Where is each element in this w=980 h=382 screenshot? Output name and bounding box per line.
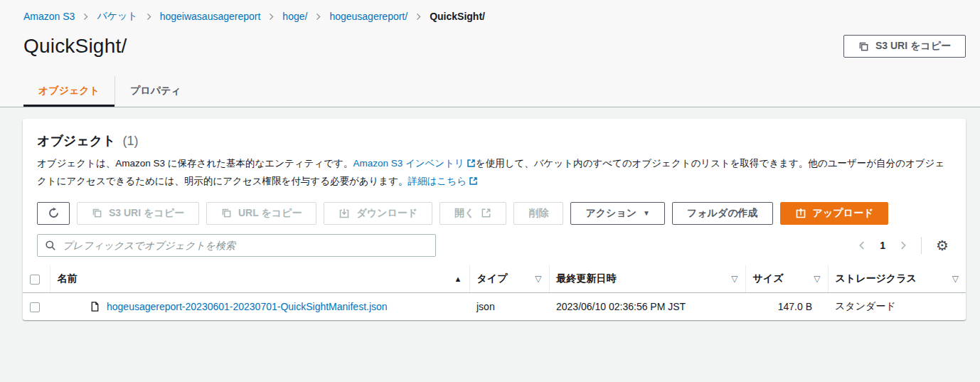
refresh-icon: [48, 207, 60, 219]
breadcrumb-bucket-name[interactable]: hogeiwasausagereport: [160, 11, 261, 22]
copy-icon: [221, 208, 232, 218]
actions-label: アクション: [585, 207, 637, 220]
external-link-icon: [481, 208, 491, 218]
page-header-area: Amazon S3 バケット hogeiwasausagereport hoge…: [0, 0, 980, 107]
tab-properties[interactable]: プロパティ: [114, 76, 196, 107]
description-text-1: オブジェクトは、Amazon S3 に保存された基本的なエンティティです。: [37, 158, 353, 169]
object-name-cell: hogeusagereport-20230601-20230701-QuickS…: [50, 292, 469, 320]
objects-panel: オブジェクト (1) オブジェクトは、Amazon S3 に保存された基本的なエ…: [23, 119, 966, 320]
object-storage-class-cell: スタンダード: [828, 292, 966, 320]
panel-description: オブジェクトは、Amazon S3 に保存された基本的なエンティティです。Ama…: [37, 156, 952, 191]
copy-s3-uri-header-label: S3 URI をコピー: [875, 40, 951, 53]
create-folder-button[interactable]: フォルダの作成: [672, 202, 773, 225]
object-last-modified-cell: 2023/06/10 02:36:56 PM JST: [549, 292, 745, 320]
chevron-right-icon: [314, 13, 322, 21]
row-select-cell: [23, 292, 50, 320]
upload-icon: [795, 208, 806, 219]
upload-button[interactable]: アップロード: [780, 202, 889, 225]
objects-table: 名前 ▲ タイプ ▽ 最終更新日時 ▽: [23, 265, 966, 320]
refresh-button[interactable]: [37, 202, 70, 225]
column-type-label: タイプ: [477, 272, 508, 285]
breadcrumb: Amazon S3 バケット hogeiwasausagereport hoge…: [0, 0, 980, 23]
delete-button[interactable]: 削除: [513, 202, 563, 225]
copy-s3-uri-label: S3 URI をコピー: [109, 207, 184, 220]
actions-dropdown-button[interactable]: アクション ▼: [570, 202, 665, 225]
column-size-label: サイズ: [753, 272, 784, 285]
object-search: [37, 234, 436, 257]
learn-more-link-label: 詳細はこちら: [408, 176, 467, 186]
object-size-cell: 147.0 B: [745, 292, 828, 320]
object-link[interactable]: hogeusagereport-20230601-20230701-QuickS…: [107, 301, 388, 312]
external-link-icon: [467, 157, 476, 174]
select-all-checkbox[interactable]: [30, 275, 40, 285]
previous-page-button[interactable]: [853, 238, 871, 253]
create-folder-label: フォルダの作成: [687, 207, 758, 220]
column-name-label: 名前: [58, 272, 78, 285]
copy-url-button[interactable]: URL をコピー: [206, 202, 316, 225]
copy-icon: [92, 208, 102, 218]
pagination-divider: [921, 237, 922, 254]
current-page-button[interactable]: 1: [874, 237, 891, 254]
download-button[interactable]: ダウンロード: [324, 202, 432, 225]
select-all-header: [23, 265, 50, 293]
column-last-modified-label: 最終更新日時: [557, 272, 617, 285]
open-button[interactable]: 開く: [440, 202, 506, 225]
delete-label: 削除: [528, 207, 548, 220]
search-input[interactable]: [63, 240, 428, 251]
column-header-storage-class[interactable]: ストレージクラス ▽: [828, 265, 966, 293]
column-header-last-modified[interactable]: 最終更新日時 ▽: [549, 265, 745, 293]
tab-objects[interactable]: オブジェクト: [23, 76, 114, 107]
table-row: hogeusagereport-20230601-20230701-QuickS…: [23, 292, 966, 320]
download-icon: [339, 208, 350, 219]
chevron-right-icon: [82, 13, 90, 21]
page-title: QuickSight/: [23, 35, 127, 58]
gear-icon[interactable]: ⚙: [933, 238, 952, 253]
pagination: 1 ⚙: [853, 237, 952, 254]
panel-title: オブジェクト: [37, 134, 116, 148]
sort-ascending-icon: ▲: [454, 275, 462, 283]
sort-icon: ▽: [731, 274, 737, 284]
external-link-icon: [469, 175, 478, 191]
copy-icon: [858, 41, 869, 52]
column-header-type[interactable]: タイプ ▽: [469, 265, 549, 293]
file-icon: [90, 301, 100, 312]
next-page-button[interactable]: [894, 238, 912, 253]
copy-url-label: URL をコピー: [238, 207, 302, 220]
objects-toolbar: S3 URI をコピー URL をコピー ダウンロード 開く 削除 アクション …: [23, 202, 966, 225]
tab-bar: オブジェクト プロパティ: [0, 76, 980, 107]
sort-icon: ▽: [535, 274, 541, 284]
copy-s3-uri-header-button[interactable]: S3 URI をコピー: [843, 35, 966, 58]
column-header-size[interactable]: サイズ ▽: [745, 265, 828, 293]
upload-label: アップロード: [813, 207, 874, 220]
caret-down-icon: ▼: [643, 210, 650, 217]
row-checkbox[interactable]: [30, 302, 40, 312]
breadcrumb-folder-hoge[interactable]: hoge/: [282, 11, 307, 22]
object-type-cell: json: [469, 292, 549, 320]
breadcrumb-current-quicksight: QuickSight/: [430, 11, 485, 22]
open-label: 開く: [454, 207, 474, 220]
column-header-name[interactable]: 名前 ▲: [50, 265, 469, 293]
inventory-link[interactable]: Amazon S3 インベントリ: [353, 158, 475, 169]
sort-icon: ▽: [814, 274, 820, 284]
object-count-badge: (1): [122, 134, 138, 148]
breadcrumb-buckets[interactable]: バケット: [97, 10, 137, 23]
breadcrumb-folder-hogeusagereport[interactable]: hogeusagereport/: [329, 11, 408, 22]
column-storage-class-label: ストレージクラス: [836, 272, 917, 285]
chevron-right-icon: [415, 13, 422, 21]
chevron-right-icon: [145, 13, 153, 21]
chevron-right-icon: [267, 13, 275, 21]
download-label: ダウンロード: [356, 207, 417, 220]
learn-more-link[interactable]: 詳細はこちら: [408, 176, 478, 186]
search-icon: [45, 240, 56, 251]
breadcrumb-amazon-s3[interactable]: Amazon S3: [23, 11, 75, 22]
table-header-row: 名前 ▲ タイプ ▽ 最終更新日時 ▽: [23, 265, 966, 293]
sort-icon: ▽: [952, 274, 959, 284]
copy-s3-uri-button[interactable]: S3 URI をコピー: [77, 202, 199, 225]
inventory-link-label: Amazon S3 インベントリ: [353, 158, 464, 169]
